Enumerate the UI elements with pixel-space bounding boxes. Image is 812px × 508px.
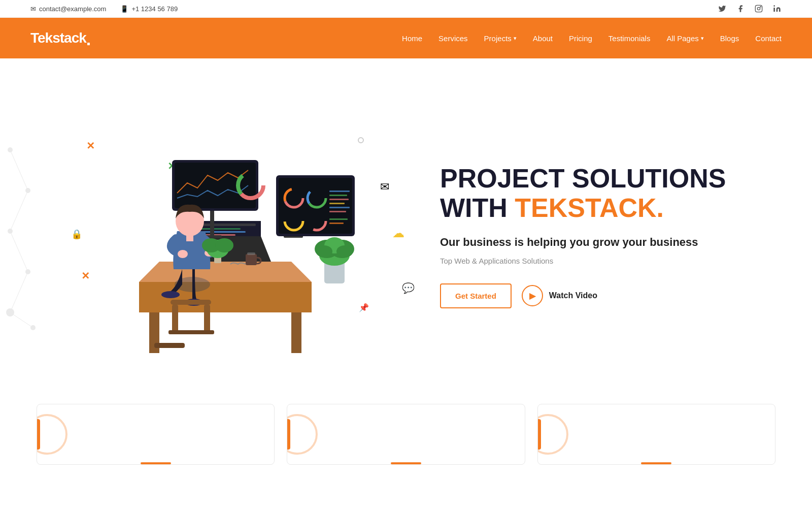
svg-line-14 <box>10 312 33 328</box>
card-arc-1 <box>37 414 67 455</box>
svg-point-51 <box>161 291 180 298</box>
svg-rect-22 <box>200 224 256 226</box>
hero-illustration: ✕ ✕ ✉ ☁ 💬 🔒 📌 ✕ <box>0 109 430 363</box>
twitter-icon[interactable] <box>718 4 727 13</box>
card-arc-2 <box>287 414 318 455</box>
svg-marker-15 <box>139 262 312 282</box>
nav-pricing[interactable]: Pricing <box>569 34 592 43</box>
svg-rect-48 <box>329 218 348 220</box>
navbar: Tekstack. Home Services Projects ▾ About… <box>0 18 812 58</box>
deco-pin: 📌 <box>359 303 369 312</box>
nav-projects-link[interactable]: Projects ▾ <box>484 34 517 43</box>
instagram-icon[interactable] <box>754 4 763 13</box>
hero-brand-name: TEKSTACK. <box>515 193 664 223</box>
hero-section: ✕ ✕ ✉ ☁ 💬 🔒 📌 ✕ <box>0 58 812 404</box>
nav-contact-link[interactable]: Contact <box>755 34 782 43</box>
nav-allpages-link[interactable]: All Pages ▾ <box>666 34 703 43</box>
nav-contact[interactable]: Contact <box>755 34 782 43</box>
svg-rect-61 <box>204 305 210 333</box>
get-started-button[interactable]: Get Started <box>440 283 512 308</box>
nav-home[interactable]: Home <box>402 34 422 43</box>
deco-circle-top <box>358 137 364 143</box>
hero-svg-illustration <box>93 119 357 353</box>
svg-rect-56 <box>186 234 193 241</box>
svg-rect-24 <box>200 231 246 233</box>
network-decoration <box>0 109 51 353</box>
svg-rect-0 <box>755 5 762 12</box>
social-links <box>718 4 782 13</box>
nav-blogs-link[interactable]: Blogs <box>720 34 739 43</box>
svg-rect-58 <box>247 252 255 255</box>
logo[interactable]: Tekstack. <box>30 30 90 46</box>
svg-line-13 <box>10 272 28 312</box>
svg-rect-45 <box>329 203 345 204</box>
email-icon: ✉ <box>30 5 36 13</box>
email-text: contact@example.com <box>39 5 106 13</box>
svg-point-1 <box>757 7 760 10</box>
topbar: ✉ contact@example.com 📱 +1 1234 56 789 <box>0 0 812 18</box>
svg-line-11 <box>10 190 28 231</box>
card-bottom-1 <box>141 462 171 464</box>
deco-envelope: ✉ <box>380 180 389 194</box>
svg-rect-19 <box>154 343 185 348</box>
deco-lock: 🔒 <box>71 229 82 240</box>
nav-links: Home Services Projects ▾ About Pricing T… <box>402 34 782 43</box>
hero-content: PROJECT SOLUTIONS WITH TEKSTACK. Our bus… <box>430 164 782 308</box>
card-peek-2 <box>287 404 525 465</box>
deco-cross-bottom: ✕ <box>81 270 90 282</box>
nav-home-link[interactable]: Home <box>402 34 422 43</box>
svg-rect-18 <box>291 312 301 353</box>
svg-line-10 <box>10 150 28 190</box>
projects-dropdown-icon: ▾ <box>514 35 517 42</box>
hero-title: PROJECT SOLUTIONS WITH TEKSTACK. <box>440 164 782 222</box>
logo-text: Tekstack <box>30 30 86 46</box>
nav-about[interactable]: About <box>533 34 553 43</box>
svg-point-72 <box>316 245 332 258</box>
phone-icon: 📱 <box>120 5 128 13</box>
card-peek-1 <box>37 404 275 465</box>
svg-rect-44 <box>329 199 349 200</box>
nav-allpages[interactable]: All Pages ▾ <box>666 34 703 43</box>
svg-rect-42 <box>329 190 350 192</box>
svg-point-73 <box>336 245 353 258</box>
svg-rect-59 <box>171 300 211 305</box>
nav-projects[interactable]: Projects ▾ <box>484 34 517 43</box>
svg-point-2 <box>760 7 761 7</box>
svg-line-12 <box>10 231 28 272</box>
hero-description: Top Web & Applications Solutions <box>440 257 782 265</box>
nav-about-link[interactable]: About <box>533 34 553 43</box>
phone-contact: 📱 +1 1234 56 789 <box>120 5 178 13</box>
deco-cloud: ☁ <box>392 226 404 240</box>
svg-point-66 <box>215 238 233 252</box>
hero-subtitle: Our business is helping you grow your bu… <box>440 235 782 250</box>
nav-pricing-link[interactable]: Pricing <box>569 34 592 43</box>
svg-rect-23 <box>200 228 241 230</box>
logo-dot: . <box>86 29 90 49</box>
watch-video-label: Watch Video <box>549 291 597 300</box>
svg-point-3 <box>773 5 775 7</box>
linkedin-icon[interactable] <box>772 4 782 13</box>
svg-rect-62 <box>168 330 214 334</box>
watch-video-button[interactable]: ▶ Watch Video <box>522 285 597 306</box>
nav-services-link[interactable]: Services <box>438 34 468 43</box>
nav-blogs[interactable]: Blogs <box>720 34 739 43</box>
facebook-icon[interactable] <box>736 4 745 13</box>
card-bottom-2 <box>391 462 421 464</box>
card-arc-3 <box>537 414 568 455</box>
svg-point-53 <box>178 250 188 258</box>
play-circle-icon: ▶ <box>522 285 543 306</box>
hero-buttons: Get Started ▶ Watch Video <box>440 283 782 308</box>
nav-testimonials-link[interactable]: Testimonials <box>608 34 651 43</box>
phone-text: +1 1234 56 789 <box>131 5 178 13</box>
svg-rect-49 <box>329 223 344 224</box>
svg-rect-46 <box>329 207 350 208</box>
card-peek-3 <box>537 404 775 465</box>
svg-rect-60 <box>172 305 178 333</box>
allpages-dropdown-icon: ▾ <box>701 35 704 42</box>
card-bottom-3 <box>641 462 671 464</box>
nav-testimonials[interactable]: Testimonials <box>608 34 651 43</box>
svg-rect-43 <box>329 195 347 196</box>
nav-services[interactable]: Services <box>438 34 468 43</box>
cards-peek <box>0 404 812 475</box>
svg-rect-47 <box>329 211 346 212</box>
